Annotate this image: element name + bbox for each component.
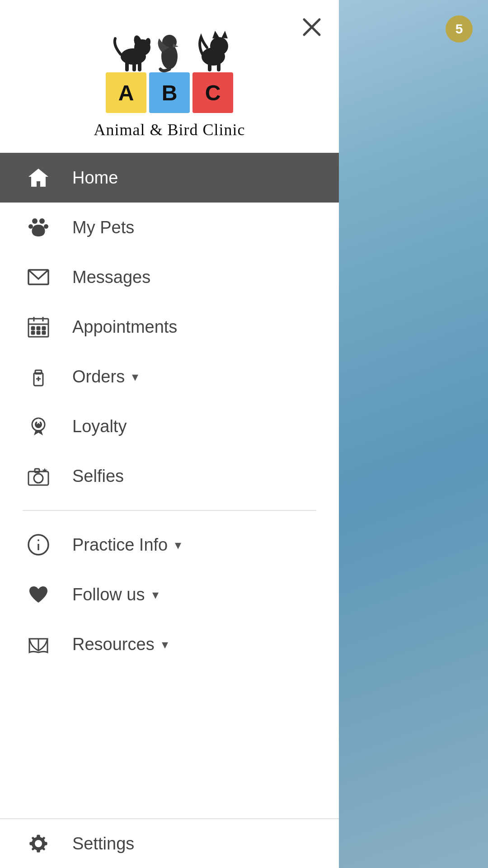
follow-us-arrow: ▾ <box>152 587 159 602</box>
logo-title: Animal & Bird Clinic <box>94 120 245 139</box>
svg-rect-40 <box>35 469 39 472</box>
book-icon <box>23 628 54 660</box>
paw-icon <box>23 212 54 243</box>
nav-menu: Home My Pets <box>0 153 339 818</box>
svg-rect-16 <box>217 62 221 71</box>
orders-arrow: ▾ <box>132 369 138 384</box>
nav-label-follow-us: Follow us <box>72 585 145 604</box>
svg-marker-14 <box>221 31 228 38</box>
nav-item-selfies[interactable]: Selfies <box>0 451 339 501</box>
svg-rect-7 <box>132 61 136 71</box>
svg-point-39 <box>34 474 43 483</box>
home-icon <box>23 162 54 193</box>
svg-point-20 <box>44 224 48 229</box>
nav-item-practice-info[interactable]: Practice Info ▾ <box>0 520 339 570</box>
calendar-icon <box>23 311 54 343</box>
settings-bar[interactable]: Settings <box>0 818 339 868</box>
practice-info-arrow: ▾ <box>175 538 181 552</box>
nav-item-home[interactable]: Home <box>0 153 339 203</box>
block-c: C <box>192 72 233 113</box>
svg-marker-13 <box>212 31 220 38</box>
nav-divider <box>23 510 316 511</box>
svg-rect-28 <box>42 327 45 330</box>
navigation-drawer: A B C Animal & Bird Clinic Home <box>0 0 339 868</box>
svg-point-45 <box>35 840 42 847</box>
nav-item-messages[interactable]: Messages <box>0 252 339 302</box>
resources-arrow: ▾ <box>162 637 168 652</box>
nav-spacer <box>0 669 339 818</box>
logo-area: A B C Animal & Bird Clinic <box>0 0 339 153</box>
svg-rect-26 <box>32 327 34 330</box>
animal-silhouettes <box>106 18 233 72</box>
svg-rect-8 <box>138 61 141 71</box>
svg-rect-29 <box>32 331 34 334</box>
loyalty-icon <box>23 410 54 442</box>
nav-item-resources[interactable]: Resources ▾ <box>0 619 339 669</box>
bottle-icon <box>23 361 54 392</box>
svg-point-19 <box>28 224 33 229</box>
svg-point-43 <box>38 539 39 541</box>
nav-label-appointments: Appointments <box>72 317 177 337</box>
envelope-icon <box>23 261 54 293</box>
nav-label-resources: Resources <box>72 635 155 654</box>
notification-badge[interactable]: 5 <box>443 13 475 45</box>
svg-rect-27 <box>37 327 40 330</box>
gear-icon <box>23 828 54 859</box>
svg-rect-31 <box>42 331 45 334</box>
svg-point-12 <box>210 37 228 55</box>
nav-item-orders[interactable]: Orders ▾ <box>0 352 339 401</box>
nav-item-loyalty[interactable]: Loyalty <box>0 401 339 451</box>
nav-item-appointments[interactable]: Appointments <box>0 302 339 352</box>
nav-label-selfies: Selfies <box>72 467 124 486</box>
nav-label-settings: Settings <box>72 834 134 854</box>
svg-rect-15 <box>208 62 211 71</box>
nav-label-messages: Messages <box>72 268 150 287</box>
camera-icon <box>23 460 54 492</box>
block-b: B <box>149 72 190 113</box>
svg-rect-6 <box>125 61 129 71</box>
svg-rect-30 <box>37 331 40 334</box>
logo-blocks: A B C <box>106 72 233 113</box>
block-a: A <box>106 72 146 113</box>
nav-label-loyalty: Loyalty <box>72 417 127 436</box>
nav-label-my-pets: My Pets <box>72 218 134 237</box>
nav-label-home: Home <box>72 168 118 188</box>
svg-point-18 <box>39 218 45 224</box>
heart-icon <box>23 579 54 610</box>
nav-label-orders: Orders <box>72 367 125 387</box>
nav-item-my-pets[interactable]: My Pets <box>0 203 339 252</box>
nav-label-practice-info: Practice Info <box>72 535 168 555</box>
close-button[interactable] <box>298 14 325 41</box>
badge-count: 5 <box>446 15 473 42</box>
info-icon <box>23 529 54 561</box>
nav-item-follow-us[interactable]: Follow us ▾ <box>0 570 339 619</box>
svg-point-17 <box>32 218 38 224</box>
svg-rect-33 <box>35 370 42 374</box>
